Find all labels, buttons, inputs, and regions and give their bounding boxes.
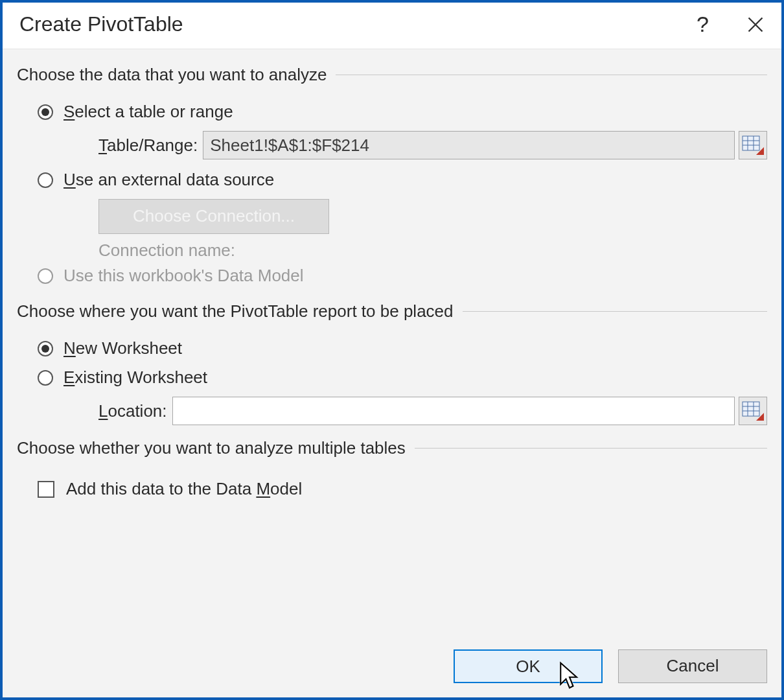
- group-data-source: Choose the data that you want to analyze: [17, 65, 767, 85]
- title-bar: Create PivotTable ?: [3, 3, 781, 49]
- title-bar-buttons: ?: [697, 12, 765, 37]
- radio-select-table-range[interactable]: [38, 104, 53, 120]
- location-input[interactable]: [172, 397, 735, 425]
- location-label: Location:: [98, 401, 167, 421]
- option-external-data-source[interactable]: Use an external data source: [38, 170, 767, 190]
- location-picker-button[interactable]: [739, 397, 767, 425]
- radio-use-data-model: [38, 268, 53, 284]
- radio-new-worksheet[interactable]: [38, 341, 53, 356]
- group-placement-heading: Choose where you want the PivotTable rep…: [17, 301, 463, 321]
- ok-button[interactable]: OK: [454, 649, 603, 683]
- option-new-worksheet-label: New Worksheet: [63, 338, 182, 358]
- option-external-data-source-label: Use an external data source: [63, 170, 274, 190]
- option-new-worksheet[interactable]: New Worksheet: [38, 338, 767, 358]
- option-select-table-range[interactable]: Select a table or range: [38, 102, 767, 122]
- range-picker-icon: [742, 401, 764, 421]
- dialog-footer: OK Cancel: [17, 643, 767, 697]
- option-select-table-range-label: Select a table or range: [63, 102, 233, 122]
- range-picker-icon: [742, 135, 764, 155]
- group-multiple-tables: Choose whether you want to analyze multi…: [17, 438, 767, 458]
- dialog-body: Choose the data that you want to analyze…: [3, 49, 781, 697]
- option-use-data-model-label: Use this workbook's Data Model: [63, 266, 304, 286]
- option-add-to-data-model-label: Add this data to the Data Model: [66, 479, 302, 499]
- choose-connection-button: Choose Connection...: [98, 199, 329, 234]
- option-use-data-model: Use this workbook's Data Model: [38, 266, 767, 286]
- cancel-button[interactable]: Cancel: [618, 649, 767, 683]
- table-range-picker-button[interactable]: [739, 131, 767, 159]
- option-existing-worksheet[interactable]: Existing Worksheet: [38, 368, 767, 388]
- close-button[interactable]: [746, 16, 765, 34]
- help-button[interactable]: ?: [697, 12, 709, 37]
- group-data-source-heading: Choose the data that you want to analyze: [17, 65, 336, 85]
- group-placement: Choose where you want the PivotTable rep…: [17, 301, 767, 321]
- checkbox-add-to-data-model[interactable]: [38, 481, 54, 498]
- table-range-input[interactable]: [203, 131, 735, 159]
- radio-existing-worksheet[interactable]: [38, 370, 53, 386]
- connection-name-label: Connection name:: [98, 240, 767, 261]
- table-range-label: Table/Range:: [98, 135, 198, 156]
- dialog-title: Create PivotTable: [19, 12, 697, 36]
- option-existing-worksheet-label: Existing Worksheet: [63, 368, 207, 388]
- radio-external-data-source[interactable]: [38, 172, 53, 188]
- option-add-to-data-model[interactable]: Add this data to the Data Model: [38, 479, 767, 499]
- svg-rect-0: [743, 136, 759, 150]
- svg-rect-6: [743, 402, 759, 416]
- group-multiple-tables-heading: Choose whether you want to analyze multi…: [17, 438, 415, 458]
